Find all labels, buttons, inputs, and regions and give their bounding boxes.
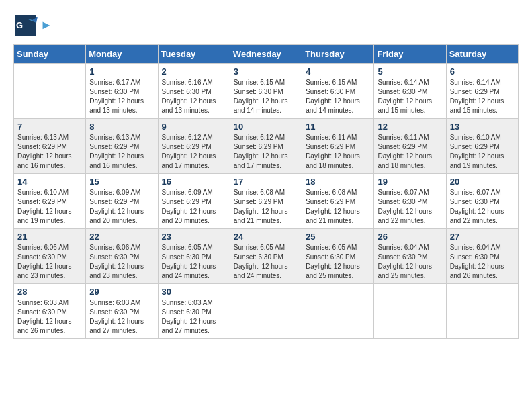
page-header: G ► [13,13,519,38]
day-info: Sunrise: 6:12 AM Sunset: 6:29 PM Dayligh… [234,133,298,171]
calendar-cell: 28Sunrise: 6:03 AM Sunset: 6:30 PM Dayli… [14,284,86,339]
day-info: Sunrise: 6:06 AM Sunset: 6:30 PM Dayligh… [89,243,154,281]
header-friday: Friday [374,45,446,64]
calendar-cell: 5Sunrise: 6:14 AM Sunset: 6:30 PM Daylig… [374,64,446,119]
day-info: Sunrise: 6:05 AM Sunset: 6:30 PM Dayligh… [234,243,298,281]
day-number: 7 [17,122,82,132]
day-info: Sunrise: 6:03 AM Sunset: 6:30 PM Dayligh… [89,298,154,336]
calendar-cell [14,64,86,119]
day-info: Sunrise: 6:17 AM Sunset: 6:30 PM Dayligh… [89,78,154,116]
day-number: 30 [162,287,226,297]
day-number: 25 [306,232,370,242]
day-number: 23 [162,232,226,242]
logo: G ► [13,13,52,38]
calendar-week-row: 7Sunrise: 6:13 AM Sunset: 6:29 PM Daylig… [14,119,519,174]
calendar-cell [374,284,446,339]
day-info: Sunrise: 6:13 AM Sunset: 6:29 PM Dayligh… [89,133,154,171]
day-info: Sunrise: 6:07 AM Sunset: 6:30 PM Dayligh… [378,188,442,226]
day-info: Sunrise: 6:10 AM Sunset: 6:29 PM Dayligh… [17,188,82,226]
day-info: Sunrise: 6:15 AM Sunset: 6:30 PM Dayligh… [306,78,370,116]
day-info: Sunrise: 6:08 AM Sunset: 6:29 PM Dayligh… [234,188,298,226]
calendar-cell: 1Sunrise: 6:17 AM Sunset: 6:30 PM Daylig… [86,64,158,119]
calendar-cell: 13Sunrise: 6:10 AM Sunset: 6:29 PM Dayli… [446,119,518,174]
calendar-cell: 16Sunrise: 6:09 AM Sunset: 6:29 PM Dayli… [158,174,230,229]
calendar-cell: 4Sunrise: 6:15 AM Sunset: 6:30 PM Daylig… [302,64,374,119]
header-wednesday: Wednesday [230,45,302,64]
day-info: Sunrise: 6:09 AM Sunset: 6:29 PM Dayligh… [89,188,154,226]
calendar-cell [446,284,518,339]
day-number: 1 [89,66,154,77]
day-info: Sunrise: 6:03 AM Sunset: 6:30 PM Dayligh… [162,298,226,336]
calendar-cell: 14Sunrise: 6:10 AM Sunset: 6:29 PM Dayli… [14,174,86,229]
day-info: Sunrise: 6:10 AM Sunset: 6:29 PM Dayligh… [450,133,515,171]
day-number: 17 [234,177,298,187]
calendar-table: SundayMondayTuesdayWednesdayThursdayFrid… [13,44,519,339]
header-monday: Monday [86,45,158,64]
calendar-week-row: 21Sunrise: 6:06 AM Sunset: 6:30 PM Dayli… [14,229,519,284]
day-info: Sunrise: 6:05 AM Sunset: 6:30 PM Dayligh… [306,243,370,281]
day-info: Sunrise: 6:07 AM Sunset: 6:30 PM Dayligh… [450,188,515,226]
day-number: 3 [234,66,298,77]
day-number: 5 [378,66,442,77]
calendar-cell: 27Sunrise: 6:04 AM Sunset: 6:30 PM Dayli… [446,229,518,284]
calendar-cell: 8Sunrise: 6:13 AM Sunset: 6:29 PM Daylig… [86,119,158,174]
day-number: 13 [450,122,515,132]
day-number: 20 [450,177,515,187]
day-number: 27 [450,232,515,242]
day-number: 19 [378,177,442,187]
day-number: 8 [89,122,154,132]
logo-icon: G [13,13,38,38]
calendar-week-row: 28Sunrise: 6:03 AM Sunset: 6:30 PM Dayli… [14,284,519,339]
header-sunday: Sunday [14,45,86,64]
day-info: Sunrise: 6:04 AM Sunset: 6:30 PM Dayligh… [378,243,442,281]
svg-text:G: G [16,20,23,30]
day-info: Sunrise: 6:13 AM Sunset: 6:29 PM Dayligh… [17,133,82,171]
day-info: Sunrise: 6:09 AM Sunset: 6:29 PM Dayligh… [162,188,226,226]
day-number: 4 [306,66,370,77]
calendar-cell: 25Sunrise: 6:05 AM Sunset: 6:30 PM Dayli… [302,229,374,284]
calendar-cell: 7Sunrise: 6:13 AM Sunset: 6:29 PM Daylig… [14,119,86,174]
day-number: 22 [89,232,154,242]
day-info: Sunrise: 6:05 AM Sunset: 6:30 PM Dayligh… [162,243,226,281]
calendar-cell: 12Sunrise: 6:11 AM Sunset: 6:29 PM Dayli… [374,119,446,174]
day-number: 26 [378,232,442,242]
calendar-week-row: 14Sunrise: 6:10 AM Sunset: 6:29 PM Dayli… [14,174,519,229]
calendar-cell: 15Sunrise: 6:09 AM Sunset: 6:29 PM Dayli… [86,174,158,229]
day-number: 15 [89,177,154,187]
calendar-cell: 10Sunrise: 6:12 AM Sunset: 6:29 PM Dayli… [230,119,302,174]
calendar-cell: 17Sunrise: 6:08 AM Sunset: 6:29 PM Dayli… [230,174,302,229]
calendar-cell: 9Sunrise: 6:12 AM Sunset: 6:29 PM Daylig… [158,119,230,174]
day-info: Sunrise: 6:04 AM Sunset: 6:30 PM Dayligh… [450,243,515,281]
day-info: Sunrise: 6:14 AM Sunset: 6:29 PM Dayligh… [450,78,515,116]
day-number: 11 [306,122,370,132]
calendar-cell: 19Sunrise: 6:07 AM Sunset: 6:30 PM Dayli… [374,174,446,229]
calendar-cell: 23Sunrise: 6:05 AM Sunset: 6:30 PM Dayli… [158,229,230,284]
calendar-cell: 2Sunrise: 6:16 AM Sunset: 6:30 PM Daylig… [158,64,230,119]
day-number: 18 [306,177,370,187]
calendar-cell: 26Sunrise: 6:04 AM Sunset: 6:30 PM Dayli… [374,229,446,284]
day-number: 29 [89,287,154,297]
calendar-cell: 3Sunrise: 6:15 AM Sunset: 6:30 PM Daylig… [230,64,302,119]
day-info: Sunrise: 6:12 AM Sunset: 6:29 PM Dayligh… [162,133,226,171]
day-info: Sunrise: 6:08 AM Sunset: 6:29 PM Dayligh… [306,188,370,226]
day-number: 28 [17,287,82,297]
calendar-cell: 29Sunrise: 6:03 AM Sunset: 6:30 PM Dayli… [86,284,158,339]
calendar-cell: 18Sunrise: 6:08 AM Sunset: 6:29 PM Dayli… [302,174,374,229]
calendar-cell: 22Sunrise: 6:06 AM Sunset: 6:30 PM Dayli… [86,229,158,284]
day-info: Sunrise: 6:11 AM Sunset: 6:29 PM Dayligh… [378,133,442,171]
day-number: 6 [450,66,515,77]
day-number: 10 [234,122,298,132]
day-info: Sunrise: 6:03 AM Sunset: 6:30 PM Dayligh… [17,298,82,336]
day-number: 9 [162,122,226,132]
calendar-cell: 6Sunrise: 6:14 AM Sunset: 6:29 PM Daylig… [446,64,518,119]
calendar-cell: 24Sunrise: 6:05 AM Sunset: 6:30 PM Dayli… [230,229,302,284]
header-saturday: Saturday [446,45,518,64]
day-number: 12 [378,122,442,132]
calendar-week-row: 1Sunrise: 6:17 AM Sunset: 6:30 PM Daylig… [14,64,519,119]
logo-text: ► [40,19,52,32]
day-number: 14 [17,177,82,187]
header-thursday: Thursday [302,45,374,64]
calendar-cell [302,284,374,339]
calendar-body: 1Sunrise: 6:17 AM Sunset: 6:30 PM Daylig… [14,64,519,339]
calendar-cell: 20Sunrise: 6:07 AM Sunset: 6:30 PM Dayli… [446,174,518,229]
